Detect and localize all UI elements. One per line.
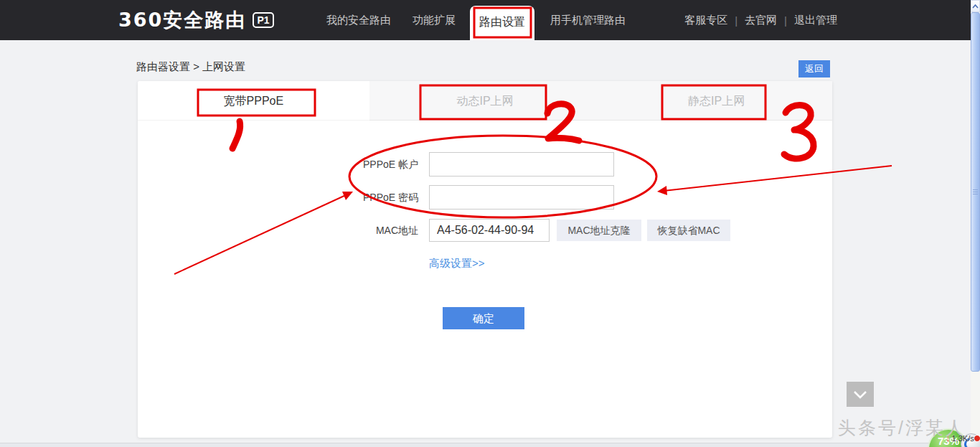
tab-static-ip[interactable]: 静态IP上网 xyxy=(600,81,832,121)
scroll-down-button[interactable] xyxy=(847,382,874,407)
logo-text: 360安全路由 xyxy=(118,7,246,33)
logo-model-badge: P1 xyxy=(253,12,273,28)
taskbar-edge xyxy=(0,443,980,447)
red-dot-icon xyxy=(974,435,980,442)
mac-address-label: MAC地址 xyxy=(329,225,418,237)
tab-dynamic-ip[interactable]: 动态IP上网 xyxy=(369,81,601,121)
connection-type-tabs: 宽带PPPoE 动态IP上网 静态IP上网 xyxy=(138,81,832,121)
scrollbar-up-button[interactable] xyxy=(971,0,980,12)
confirm-button[interactable]: 确定 xyxy=(443,307,524,329)
pppoe-account-label: PPPoE 帐户 xyxy=(329,159,418,171)
mac-clone-button[interactable]: MAC地址克隆 xyxy=(557,220,641,241)
chevron-down-icon xyxy=(853,390,867,399)
logo: 360安全路由 P1 xyxy=(118,0,274,40)
nav-extensions[interactable]: 功能扩展 xyxy=(413,0,456,40)
settings-card: 宽带PPPoE 动态IP上网 静态IP上网 PPPoE 帐户 PPPoE 密码 … xyxy=(138,81,832,438)
mac-restore-button[interactable]: 恢复缺省MAC xyxy=(647,220,730,241)
breadcrumb: 路由器设置 > 上网设置 xyxy=(136,60,245,74)
nav-router-settings[interactable]: 路由设置 xyxy=(470,6,534,40)
nav-my-router[interactable]: 我的安全路由 xyxy=(326,0,391,40)
header-links: 客服专区 | 去官网 | 退出管理 xyxy=(684,0,837,40)
advanced-settings-link[interactable]: 高级设置>> xyxy=(429,257,485,270)
back-button[interactable]: 返回 xyxy=(798,60,830,77)
chevron-up-icon xyxy=(972,4,979,9)
download-arrow-icon: ↓ xyxy=(946,433,951,443)
scrollbar-thumb[interactable] xyxy=(971,12,980,372)
nav-manage-by-phone[interactable]: 用手机管理路由 xyxy=(550,0,626,40)
tab-pppoe[interactable]: 宽带PPPoE xyxy=(138,81,369,121)
pppoe-account-input[interactable] xyxy=(429,152,614,177)
pppoe-password-label: PPPoE 密码 xyxy=(329,192,418,204)
link-separator: | xyxy=(735,14,738,27)
network-speed-value: 1.3K/s xyxy=(952,434,974,443)
link-separator: | xyxy=(784,14,787,27)
link-official-site[interactable]: 去官网 xyxy=(745,14,777,27)
app-header: 360安全路由 P1 我的安全路由 功能扩展 路由设置 用手机管理路由 客服专区… xyxy=(0,0,980,40)
link-support[interactable]: 客服专区 xyxy=(684,14,727,27)
vertical-scrollbar[interactable] xyxy=(971,0,980,447)
pppoe-password-input[interactable] xyxy=(429,185,614,210)
scrollbar-grip xyxy=(973,189,978,196)
link-logout[interactable]: 退出管理 xyxy=(794,14,837,27)
network-speed-indicator: ↓ 1.3K/s xyxy=(946,433,974,443)
mac-address-input[interactable] xyxy=(429,219,550,242)
